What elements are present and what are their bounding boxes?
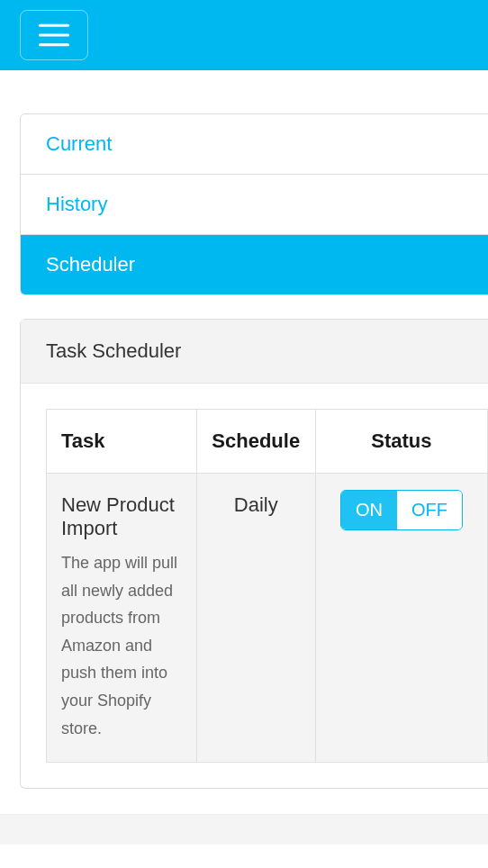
status-toggle[interactable]: ON OFF <box>340 490 463 530</box>
panel-title: Task Scheduler <box>21 320 488 384</box>
table-row: New Product Import The app will pull all… <box>47 474 488 763</box>
task-name: New Product Import <box>61 493 182 540</box>
toggle-on[interactable]: ON <box>341 491 397 529</box>
cell-schedule: Daily <box>196 474 315 763</box>
menu-button[interactable] <box>20 10 88 60</box>
app-header <box>0 0 488 70</box>
col-header-status: Status <box>315 410 487 474</box>
col-header-schedule: Schedule <box>196 410 315 474</box>
nav-item-current[interactable]: Current <box>21 114 488 175</box>
footer-gap <box>0 814 488 845</box>
cell-status: ON OFF <box>315 474 487 763</box>
nav-item-scheduler[interactable]: Scheduler <box>21 235 488 294</box>
tasks-table: Task Schedule Status New Product Import … <box>46 409 488 763</box>
panel-body: Task Schedule Status New Product Import … <box>21 384 488 788</box>
hamburger-icon <box>38 22 70 49</box>
col-header-task: Task <box>47 410 197 474</box>
main-content: Current History Scheduler Task Scheduler… <box>0 113 488 789</box>
nav-item-history[interactable]: History <box>21 175 488 235</box>
toggle-off[interactable]: OFF <box>397 491 462 529</box>
cell-task: New Product Import The app will pull all… <box>47 474 197 763</box>
task-description: The app will pull all newly added produc… <box>61 549 182 742</box>
task-scheduler-panel: Task Scheduler Task Schedule Status New … <box>20 319 488 789</box>
nav-list: Current History Scheduler <box>20 113 488 295</box>
